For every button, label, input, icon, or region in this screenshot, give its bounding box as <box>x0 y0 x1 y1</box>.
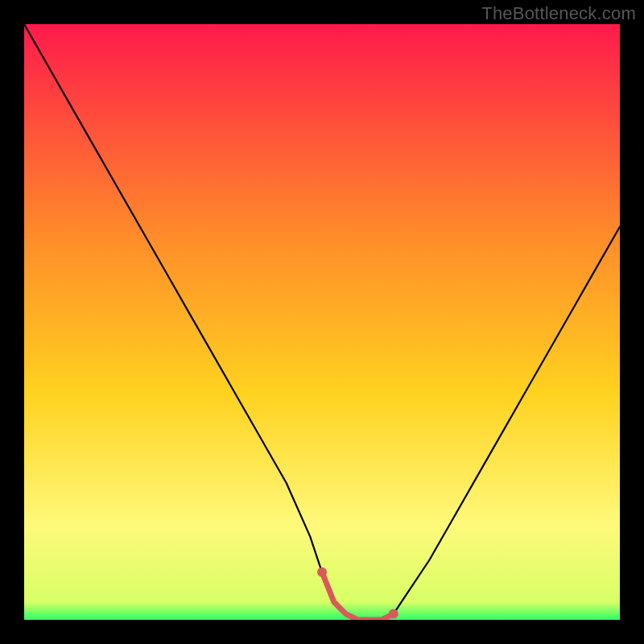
watermark-text: TheBottleneck.com <box>481 3 636 24</box>
bottleneck-chart <box>24 24 620 620</box>
chart-frame: TheBottleneck.com <box>0 0 644 644</box>
highlight-endpoint <box>317 568 327 577</box>
highlight-endpoint <box>389 609 398 619</box>
gradient-background <box>24 24 620 620</box>
